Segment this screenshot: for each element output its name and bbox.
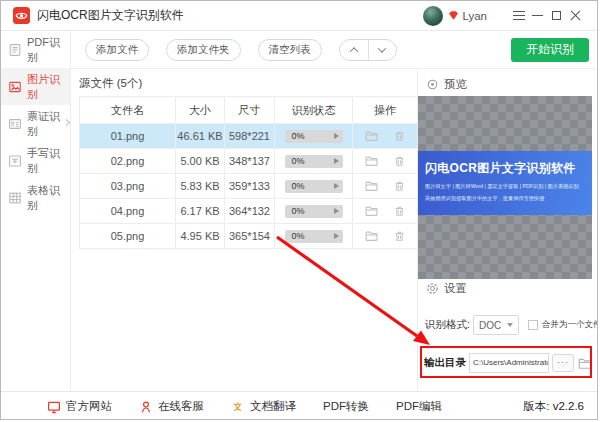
footer-link-doc-translate[interactable]: 文档翻译 bbox=[231, 399, 296, 414]
file-dimensions: 364*132 bbox=[225, 199, 275, 224]
footer-link-pdf-convert[interactable]: PDF转换 bbox=[323, 399, 369, 414]
format-value: DOC bbox=[479, 320, 501, 331]
table-row[interactable]: 01.png 46.61 KB 598*221 0% bbox=[80, 124, 418, 149]
file-name: 01.png bbox=[80, 124, 176, 149]
footer-link-pdf-edit[interactable]: PDF编辑 bbox=[396, 399, 442, 414]
play-icon[interactable] bbox=[334, 208, 339, 214]
footer-link-official-site[interactable]: 官方网站 bbox=[47, 399, 112, 414]
move-down-button[interactable] bbox=[368, 40, 396, 60]
file-name: 05.png bbox=[80, 224, 176, 249]
open-folder-icon[interactable] bbox=[364, 129, 379, 143]
image-icon bbox=[8, 80, 22, 94]
open-output-folder-icon[interactable] bbox=[577, 356, 593, 371]
start-recognition-button[interactable]: 开始识别 bbox=[511, 38, 589, 62]
minimize-icon bbox=[532, 15, 543, 16]
browse-button[interactable]: ··· bbox=[552, 354, 574, 372]
table-grid-icon bbox=[8, 191, 22, 205]
delete-icon[interactable] bbox=[393, 229, 406, 243]
play-icon[interactable] bbox=[334, 233, 339, 239]
footer-link-online-support[interactable]: 在线客服 bbox=[139, 399, 204, 414]
format-select[interactable]: DOC bbox=[473, 315, 519, 335]
sidebar: PDF识别 图片识别 票证识别 手写识别 表格识别 bbox=[1, 31, 71, 391]
close-button[interactable] bbox=[566, 5, 585, 27]
sidebar-item-label: 图片识别 bbox=[27, 72, 70, 102]
username[interactable]: Lyan bbox=[462, 10, 487, 22]
chevron-up-icon bbox=[349, 47, 357, 55]
col-size: 大小 bbox=[176, 97, 225, 124]
status-cell: 0% bbox=[275, 124, 353, 149]
vip-badge-icon bbox=[448, 10, 459, 21]
play-icon[interactable] bbox=[334, 158, 339, 164]
col-status: 识别状态 bbox=[275, 97, 353, 124]
open-folder-icon[interactable] bbox=[364, 229, 379, 243]
preview-banner-title: 闪电OCR图片文字识别软件 bbox=[425, 160, 585, 177]
gear-icon bbox=[426, 282, 439, 295]
ops-cell bbox=[353, 174, 418, 199]
preview-canvas: 闪电OCR图片文字识别软件 图片转文字 | 图片转Word | 票证文字提取 |… bbox=[418, 96, 592, 279]
maximize-icon bbox=[552, 11, 561, 20]
merge-label: 合并为一个文件 bbox=[542, 319, 598, 331]
format-row: 识别格式: DOC 合并为一个文件 bbox=[425, 315, 595, 335]
open-folder-icon[interactable] bbox=[364, 179, 379, 193]
settings-title: 设置 bbox=[444, 281, 467, 296]
output-row: 输出目录 C:\Users\Administrator\ ··· bbox=[424, 353, 593, 373]
menu-icon bbox=[513, 15, 525, 16]
table-header-row: 文件名 大小 尺寸 识别状态 操作 bbox=[80, 97, 418, 124]
status-cell: 0% bbox=[275, 174, 353, 199]
table-row[interactable]: 05.png 4.95 KB 365*154 0% bbox=[80, 224, 418, 249]
table-row[interactable]: 04.png 6.17 KB 364*132 0% bbox=[80, 199, 418, 224]
add-folder-button[interactable]: 添加文件夹 bbox=[166, 39, 241, 61]
open-folder-icon[interactable] bbox=[364, 154, 379, 168]
ops-cell bbox=[353, 124, 418, 149]
output-path-input[interactable]: C:\Users\Administrator\ bbox=[469, 353, 549, 373]
sidebar-item-label: 表格识别 bbox=[27, 183, 70, 213]
file-name: 02.png bbox=[80, 149, 176, 174]
ops-cell bbox=[353, 224, 418, 249]
caret-down-icon bbox=[507, 323, 513, 327]
clear-list-button[interactable]: 清空列表 bbox=[258, 39, 322, 61]
progress-bar: 0% bbox=[285, 155, 343, 168]
sidebar-item-image-recognition[interactable]: 图片识别 bbox=[1, 68, 70, 105]
table-row[interactable]: 03.png 5.83 KB 359*133 0% bbox=[80, 174, 418, 199]
play-icon[interactable] bbox=[334, 183, 339, 189]
footer-link-label: PDF转换 bbox=[323, 399, 369, 414]
progress-label: 0% bbox=[292, 230, 305, 243]
delete-icon[interactable] bbox=[393, 204, 406, 218]
delete-icon[interactable] bbox=[393, 179, 406, 193]
user-avatar[interactable] bbox=[423, 6, 443, 26]
move-up-button[interactable] bbox=[340, 40, 368, 60]
file-size: 5.00 KB bbox=[176, 149, 225, 174]
sidebar-item-ticket-recognition[interactable]: 票证识别 bbox=[1, 105, 70, 142]
app-logo-icon bbox=[13, 7, 30, 24]
table-row[interactable]: 02.png 5.00 KB 348*137 0% bbox=[80, 149, 418, 174]
footer-link-label: 在线客服 bbox=[158, 399, 204, 414]
minimize-button[interactable] bbox=[528, 5, 547, 27]
file-name: 03.png bbox=[80, 174, 176, 199]
maximize-button[interactable] bbox=[547, 5, 566, 27]
delete-icon[interactable] bbox=[393, 129, 406, 143]
sidebar-item-table-recognition[interactable]: 表格识别 bbox=[1, 179, 70, 216]
add-file-button[interactable]: 添加文件 bbox=[85, 39, 149, 61]
delete-icon[interactable] bbox=[393, 154, 406, 168]
preview-title: 预览 bbox=[444, 77, 467, 92]
play-icon[interactable] bbox=[334, 133, 339, 139]
preview-header: 预览 bbox=[426, 77, 467, 92]
status-cell: 0% bbox=[275, 224, 353, 249]
footer: 官方网站 在线客服 文档翻译 PDF转换 PDF编辑 版本: v2.2.6 bbox=[1, 391, 597, 420]
output-dir-label: 输出目录 bbox=[424, 356, 466, 370]
progress-label: 0% bbox=[292, 205, 305, 218]
preview-banner-line1: 图片转文字 | 图片转Word | 票证文字提取 | PDF识别 | 图片表格识… bbox=[425, 183, 585, 190]
support-person-icon bbox=[139, 400, 153, 414]
progress-label: 0% bbox=[292, 180, 305, 193]
id-card-icon bbox=[8, 117, 22, 131]
file-size: 46.61 KB bbox=[176, 124, 225, 149]
preview-banner-line2: 高效精准识别提取图片中的文字，批量操作方便快捷 bbox=[425, 195, 585, 202]
col-operations: 操作 bbox=[353, 97, 418, 124]
progress-label: 0% bbox=[292, 130, 305, 143]
open-folder-icon[interactable] bbox=[364, 204, 379, 218]
main-menu-button[interactable] bbox=[509, 5, 528, 27]
sidebar-item-pdf-recognition[interactable]: PDF识别 bbox=[1, 31, 70, 68]
merge-checkbox[interactable] bbox=[528, 320, 538, 330]
sidebar-item-handwriting-recognition[interactable]: 手写识别 bbox=[1, 142, 70, 179]
app-window: 闪电OCR图片文字识别软件 Lyan PDF识别 图片识别 bbox=[0, 0, 598, 420]
